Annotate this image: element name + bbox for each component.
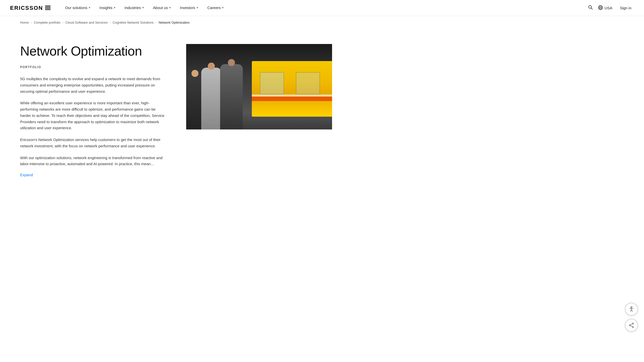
paragraph-4: With our optimization solutions, network… [20,155,166,167]
breadcrumb-sep-2: › [62,21,63,24]
signin-link[interactable]: Sign in [617,6,634,10]
svg-rect-2 [45,8,51,9]
nav-item-careers[interactable]: Careers ▾ [203,0,228,16]
content-left: Network Optimization PORTFOLIO 5G multip… [20,44,166,177]
person-head-2 [208,63,215,70]
person-3 [220,64,243,129]
logo-text: ERICSSON [10,5,43,11]
person-head-3 [228,59,235,66]
breadcrumb-complete-portfolio[interactable]: Complete portfolio [34,21,61,24]
chevron-down-icon: ▾ [222,6,224,9]
chevron-down-icon: ▾ [197,6,198,9]
chevron-down-icon: ▾ [114,6,115,9]
expand-link[interactable]: Expand [20,173,33,177]
breadcrumb-sep-4: › [155,21,156,24]
svg-point-4 [589,6,591,8]
person-2 [201,68,221,129]
hero-scene [186,44,332,129]
hero-image [186,44,332,129]
breadcrumb-cloud-software[interactable]: Cloud Software and Services [65,21,108,24]
svg-rect-0 [45,6,51,6]
paragraph-1: 5G multiplies the complexity to evolve a… [20,76,166,95]
person-head-1 [191,70,198,77]
logo-icon [45,5,51,11]
train-window-2 [296,72,320,94]
nav-item-our-solutions[interactable]: Our solutions ▾ [61,0,95,16]
svg-line-5 [591,8,592,9]
nav-links: Our solutions ▾ Insights ▾ Industries ▾ … [61,0,588,16]
svg-rect-1 [45,7,51,8]
breadcrumb-cognitive-network[interactable]: Cognitive Network Solutions [113,21,154,24]
paragraph-3: Ericsson's Network Optimization services… [20,137,166,149]
nav-item-industries[interactable]: Industries ▾ [120,0,148,16]
breadcrumb-network-optimization: Network Optimization [158,21,190,24]
nav-item-insights[interactable]: Insights ▾ [95,0,120,16]
breadcrumb: Home › Complete portfolio › Cloud Softwa… [0,16,644,29]
region-label: USA [605,6,612,10]
content-right [186,44,332,177]
paragraph-2: While offering an excellent user experie… [20,100,166,131]
main-content: Network Optimization PORTFOLIO 5G multip… [0,29,352,192]
svg-rect-3 [45,9,51,10]
page-title: Network Optimization [20,44,166,58]
region-selector[interactable]: USA [598,5,612,11]
nav-item-investors[interactable]: Investors ▾ [175,0,203,16]
breadcrumb-sep-3: › [110,21,111,24]
breadcrumb-sep-1: › [31,21,32,24]
nav-actions: USA Sign in [588,5,634,11]
search-icon[interactable] [588,5,593,11]
chevron-down-icon: ▾ [89,6,90,9]
nav-item-about-us[interactable]: About us ▾ [148,0,175,16]
navbar: ERICSSON Our solutions ▾ Insights ▾ Indu… [0,0,644,16]
chevron-down-icon: ▾ [169,6,171,9]
portfolio-label: PORTFOLIO [20,65,166,69]
chevron-down-icon: ▾ [142,6,144,9]
globe-icon [598,5,603,11]
logo[interactable]: ERICSSON [10,5,51,11]
people-area [186,57,266,129]
breadcrumb-home[interactable]: Home [20,21,29,24]
